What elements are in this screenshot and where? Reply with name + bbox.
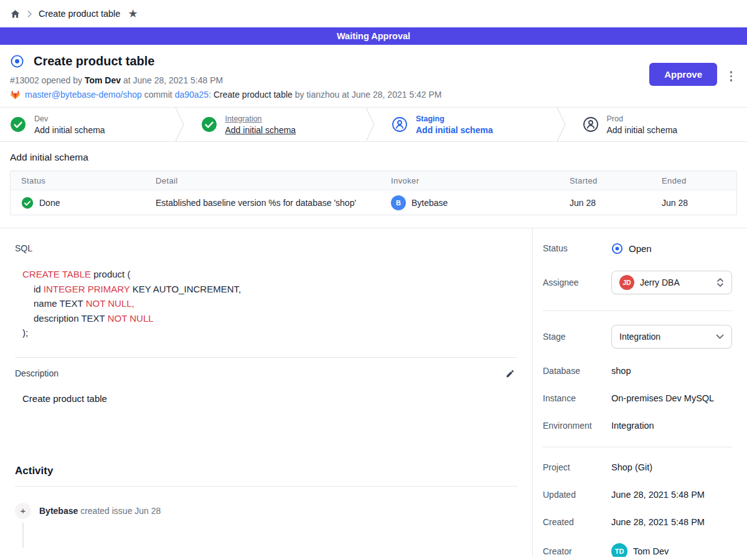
stage-value: Integration bbox=[619, 332, 710, 342]
plus-icon: + bbox=[15, 503, 31, 519]
check-circle-icon bbox=[21, 197, 34, 209]
activity-action: created issue Jun 28 bbox=[80, 506, 161, 516]
stage-separator bbox=[365, 108, 375, 141]
gitlab-icon bbox=[10, 90, 21, 100]
main-column: SQL CREATE TABLE product ( id INTEGER PR… bbox=[0, 228, 533, 557]
commit-hash-link[interactable]: da90a25 bbox=[175, 90, 209, 100]
description-label: Description bbox=[15, 368, 59, 378]
status-label: Status bbox=[543, 243, 611, 253]
open-status-icon bbox=[611, 243, 623, 254]
invoker-name: Bytebase bbox=[411, 198, 448, 208]
project-value: Shop (Git) bbox=[611, 462, 652, 472]
pipeline: Dev Add initial schema Integration Add i… bbox=[0, 107, 747, 142]
approve-button[interactable]: Approve bbox=[649, 63, 717, 86]
updown-chevron-icon bbox=[716, 278, 724, 287]
assignee-person-icon bbox=[392, 116, 408, 133]
created-label: Created bbox=[543, 517, 611, 527]
commit-line: master@bytebase-demo/shop commit da90a25… bbox=[10, 90, 737, 100]
invoker-avatar: B bbox=[391, 195, 406, 210]
sql-label: SQL bbox=[15, 243, 524, 253]
stage-dev[interactable]: Dev Add initial schema bbox=[0, 108, 175, 141]
creator-avatar: TD bbox=[611, 543, 627, 557]
check-circle-icon bbox=[201, 116, 217, 133]
task-ended: Jun 28 bbox=[651, 198, 736, 208]
edit-pencil-icon[interactable] bbox=[504, 368, 516, 380]
branch-link[interactable]: master@bytebase-demo/shop bbox=[25, 90, 142, 100]
environment-value: Integration bbox=[611, 421, 654, 431]
sql-code: CREATE TABLE product ( id INTEGER PRIMAR… bbox=[22, 267, 524, 340]
sidebar: Status Open Assignee JD Jerry DBA Stage bbox=[533, 228, 747, 557]
activity-actor: Bytebase bbox=[39, 506, 78, 516]
description-content: Create product table bbox=[22, 393, 524, 404]
instance-value: On-premises Dev MySQL bbox=[611, 393, 714, 403]
creator-label: Creator bbox=[543, 546, 611, 556]
task-table: Status Detail Invoker Started Ended Done… bbox=[10, 170, 737, 215]
stage-integration[interactable]: Integration Add initial schema bbox=[185, 108, 366, 141]
created-value: June 28, 2021 5:48 PM bbox=[611, 517, 705, 527]
task-status: Done bbox=[39, 198, 60, 208]
stage-staging[interactable]: Staging Add initial schema bbox=[375, 108, 557, 141]
section-divider bbox=[15, 357, 517, 358]
assignee-avatar: JD bbox=[619, 275, 634, 290]
activity-divider bbox=[15, 486, 517, 487]
status-banner: Waiting Approval bbox=[0, 27, 747, 45]
instance-label: Instance bbox=[543, 393, 611, 403]
stage-label: Stage bbox=[543, 332, 611, 342]
home-icon[interactable] bbox=[10, 9, 21, 19]
issue-meta: #13002 opened by Tom Dev at June 28, 202… bbox=[10, 75, 737, 85]
updated-label: Updated bbox=[543, 490, 611, 500]
task-table-header: Status Detail Invoker Started Ended bbox=[11, 171, 736, 190]
database-value: shop bbox=[611, 366, 631, 376]
more-options-button[interactable] bbox=[728, 68, 735, 84]
stage-select[interactable]: Integration bbox=[611, 325, 732, 348]
assignee-label: Assignee bbox=[543, 278, 611, 287]
pending-person-icon bbox=[583, 116, 599, 133]
activity-item: + Bytebase created issue Jun 28 bbox=[15, 503, 524, 519]
activity-heading: Activity bbox=[15, 465, 524, 477]
task-heading: Add initial schema bbox=[10, 152, 737, 163]
stage-separator bbox=[557, 108, 566, 141]
status-value: Open bbox=[629, 243, 652, 254]
chevron-down-icon bbox=[716, 334, 724, 339]
assignee-value: Jerry DBA bbox=[640, 278, 711, 287]
bookmark-star-icon[interactable]: ★ bbox=[128, 8, 138, 19]
task-started: Jun 28 bbox=[559, 198, 651, 208]
breadcrumb: Create product table ★ bbox=[0, 0, 747, 27]
task-detail: Established baseline version %s for data… bbox=[145, 198, 380, 208]
chevron-right-icon bbox=[27, 10, 32, 18]
commit-message: Create product table bbox=[214, 90, 293, 100]
table-row[interactable]: Done Established baseline version %s for… bbox=[11, 190, 736, 215]
stage-prod[interactable]: Prod Add initial schema bbox=[566, 108, 747, 141]
database-label: Database bbox=[543, 366, 611, 376]
breadcrumb-current: Create product table bbox=[39, 9, 120, 19]
issue-author: Tom Dev bbox=[85, 75, 121, 85]
task-section: Add initial schema Status Detail Invoker… bbox=[0, 142, 747, 228]
environment-label: Environment bbox=[543, 421, 611, 431]
issue-open-icon bbox=[10, 54, 24, 68]
page-title: Create product table bbox=[34, 54, 154, 68]
sidebar-divider bbox=[543, 310, 732, 311]
assignee-select[interactable]: JD Jerry DBA bbox=[611, 271, 732, 294]
issue-header: Create product table #13002 opened by To… bbox=[0, 45, 747, 107]
sidebar-divider bbox=[543, 447, 732, 447]
creator-value: Tom Dev bbox=[633, 546, 669, 556]
check-circle-icon bbox=[10, 116, 26, 133]
stage-separator bbox=[175, 108, 185, 141]
timeline-connector bbox=[22, 523, 24, 548]
updated-value: June 28, 2021 5:48 PM bbox=[611, 490, 705, 500]
project-label: Project bbox=[543, 462, 611, 472]
